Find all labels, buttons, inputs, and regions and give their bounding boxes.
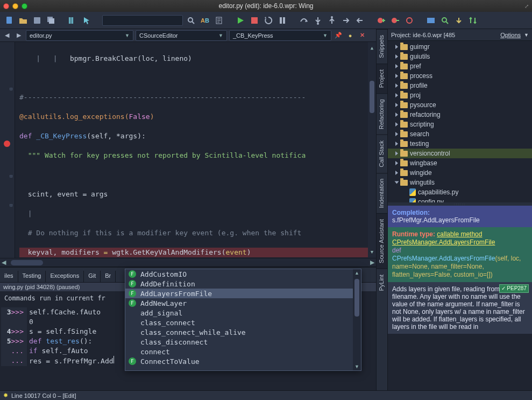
tab-indentation[interactable]: Indentation: [377, 173, 387, 213]
goto-button[interactable]: [213, 15, 225, 26]
project-options-link[interactable]: Options: [500, 32, 521, 38]
tab-pylint[interactable]: PyLint: [377, 269, 387, 297]
expand-icon[interactable]: [395, 113, 398, 117]
tab-refactoring[interactable]: Refactoring: [377, 93, 387, 135]
pause-button[interactable]: [276, 15, 288, 26]
return-value-button[interactable]: [354, 15, 366, 26]
autocomplete-item[interactable]: connect: [125, 347, 361, 356]
tab-git[interactable]: Git: [84, 271, 101, 282]
tree-item[interactable]: pref: [388, 61, 532, 71]
autocomplete-scrollbar[interactable]: ▲ ▼: [353, 269, 361, 370]
bug-icon[interactable]: ✸: [3, 392, 8, 399]
tree-item[interactable]: search: [388, 129, 532, 139]
autocomplete-item[interactable]: FAddLayersFromFile: [125, 289, 361, 298]
autocomplete-popup[interactable]: FAddCustomIOFAddDefinitionFAddLayersFrom…: [125, 269, 361, 371]
diff-button[interactable]: AB: [199, 15, 211, 26]
expand-icon[interactable]: [395, 161, 398, 165]
autocomplete-item[interactable]: FAddDefinition: [125, 279, 361, 289]
scroll-down-icon[interactable]: ▼: [353, 364, 361, 369]
open-folder-button[interactable]: [17, 15, 29, 26]
expand-icon[interactable]: [395, 54, 398, 59]
autocomplete-item[interactable]: FAddNewLayer: [125, 298, 361, 308]
expand-icon[interactable]: [395, 74, 398, 78]
tree-item[interactable]: guimgr: [388, 42, 532, 52]
step-into-button[interactable]: [312, 15, 324, 26]
expand-icon[interactable]: [395, 45, 398, 49]
function-selector[interactable]: _CB_KeyPress▼: [229, 30, 331, 41]
autocomplete-item[interactable]: add_signal: [125, 308, 361, 318]
disable-breakpoint-button[interactable]: [403, 15, 415, 26]
tree-item[interactable]: wingbase: [388, 158, 532, 168]
code-editor[interactable]: ⊟ ⊟ ⊟ | | bpmgr.BreakClear(loc, lineno) …: [0, 42, 376, 258]
remove-breakpoint-button[interactable]: [389, 15, 401, 26]
scroll-left-icon[interactable]: ◀: [0, 259, 8, 266]
expand-icon[interactable]: [395, 122, 398, 127]
nav-back-button[interactable]: ◀: [2, 31, 12, 40]
nav-forward-button[interactable]: ▶: [14, 31, 24, 40]
pin-button[interactable]: 📌: [334, 31, 343, 40]
tab-files[interactable]: iles: [0, 271, 18, 282]
editor-vscrollbar[interactable]: ▲ ▼: [368, 42, 376, 258]
down-button[interactable]: [453, 15, 465, 26]
stop-button[interactable]: [249, 15, 260, 26]
expand-icon[interactable]: [395, 93, 398, 97]
expand-icon[interactable]: [395, 181, 399, 184]
expand-icon[interactable]: [395, 64, 398, 68]
tree-item[interactable]: profile: [388, 81, 532, 90]
scroll-up-icon[interactable]: ▲: [353, 270, 361, 276]
fold-minus-icon[interactable]: ⊟: [10, 84, 12, 94]
tab-breakpoints[interactable]: Br: [101, 271, 116, 282]
run-button[interactable]: [235, 15, 246, 26]
chevron-down-icon[interactable]: ▼: [524, 32, 529, 38]
editor-gutter[interactable]: ⊟ ⊟ ⊟: [0, 42, 15, 258]
search-button[interactable]: [185, 15, 197, 26]
tree-item[interactable]: refactoring: [388, 110, 532, 120]
indent-button[interactable]: [67, 15, 79, 26]
find-button[interactable]: [439, 15, 451, 26]
fold-minus-icon[interactable]: ⊟: [10, 171, 12, 181]
pointer-button[interactable]: [81, 15, 93, 26]
tree-item[interactable]: versioncontrol: [388, 149, 532, 158]
search-input[interactable]: [102, 15, 183, 26]
scrollbar-thumb[interactable]: [354, 279, 359, 317]
tree-item[interactable]: scripting: [388, 120, 532, 129]
fold-minus-icon[interactable]: ⊟: [10, 200, 12, 210]
save-button[interactable]: [31, 15, 43, 26]
step-return-button[interactable]: [340, 15, 352, 26]
tree-item[interactable]: config.py: [388, 197, 532, 202]
add-breakpoint-button[interactable]: [375, 15, 387, 26]
terminal-button[interactable]: [425, 15, 437, 26]
expand-icon[interactable]: [395, 103, 398, 107]
tree-item[interactable]: guiutils: [388, 52, 532, 61]
tab-call-stack[interactable]: Call Stack: [377, 135, 387, 173]
tab-exceptions[interactable]: Exceptions: [46, 271, 84, 282]
scrollbar-thumb[interactable]: [370, 81, 374, 113]
runtime-type-link[interactable]: callable method: [437, 230, 482, 238]
tree-item[interactable]: pysource: [388, 100, 532, 110]
tree-item[interactable]: process: [388, 71, 532, 81]
tab-source-assistant[interactable]: Source Assistant: [377, 213, 387, 269]
expand-icon[interactable]: [395, 83, 398, 88]
project-tree[interactable]: guimgrguiutilsprefprocessprofileprojpyso…: [388, 41, 532, 202]
stick-button[interactable]: ●: [345, 31, 355, 40]
autocomplete-item[interactable]: class_disconnect: [125, 337, 361, 347]
class-link[interactable]: CPrefsManager.AddLayersFromFile: [392, 238, 495, 246]
expand-icon[interactable]: [395, 142, 398, 146]
step-over-button[interactable]: [298, 15, 310, 26]
tree-item[interactable]: wingide: [388, 168, 532, 178]
scroll-up-icon[interactable]: ▲: [368, 43, 376, 53]
autocomplete-item[interactable]: class_connect_while_alive: [125, 327, 361, 337]
close-editor-button[interactable]: ✕: [357, 31, 367, 40]
tree-item[interactable]: proj: [388, 90, 532, 100]
tree-item[interactable]: capabilities.py: [388, 187, 532, 197]
save-all-button[interactable]: [45, 15, 57, 26]
swap-button[interactable]: [467, 15, 479, 26]
tab-snippets[interactable]: Snippets: [377, 29, 387, 64]
autocomplete-item[interactable]: FAddCustomIO: [125, 269, 361, 279]
tab-project[interactable]: Project: [377, 64, 387, 93]
class-selector[interactable]: CSourceEditor▼: [136, 30, 227, 41]
expand-icon[interactable]: [395, 132, 398, 136]
autocomplete-item[interactable]: class_connect: [125, 318, 361, 327]
scrollbar-thumb[interactable]: [11, 260, 43, 265]
file-selector[interactable]: editor.py▼: [26, 30, 133, 41]
